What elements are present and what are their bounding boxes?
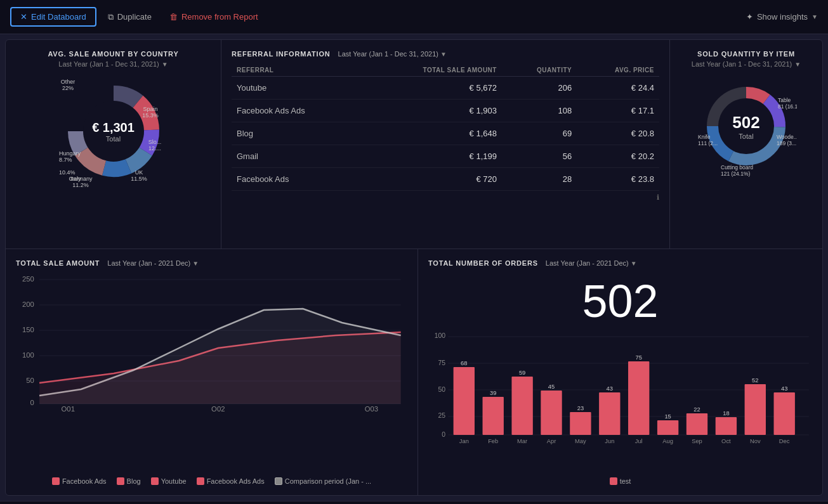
avg-sale-title: AVG. SALE AMOUNT BY COUNTRY — [48, 50, 178, 58]
col-avg-price: AVG. PRICE — [577, 64, 659, 77]
bar-chart-title: TOTAL NUMBER OF ORDERS — [428, 259, 538, 267]
referral-total: € 720 — [362, 168, 502, 191]
svg-text:52: 52 — [752, 377, 758, 384]
referral-total: € 5,672 — [362, 77, 502, 100]
svg-text:Q02: Q02 — [211, 405, 225, 411]
svg-text:Jun: Jun — [605, 438, 614, 444]
svg-text:Table: Table — [778, 97, 791, 103]
svg-text:Apr: Apr — [547, 438, 556, 444]
avg-sale-donut: Spain 15.3% Slo... 12.... UK 11.5% Germa… — [56, 74, 171, 188]
svg-text:121 (24.1%): 121 (24.1%) — [721, 171, 750, 177]
svg-text:10.4%: 10.4% — [59, 169, 76, 176]
dashboard: AVG. SALE AMOUNT BY COUNTRY Last Year (J… — [5, 39, 823, 496]
referral-quantity: 108 — [502, 100, 577, 122]
sold-dropdown-arrow[interactable]: ▼ — [794, 61, 801, 68]
bar-chart-header: TOTAL NUMBER OF ORDERS Last Year (Jan - … — [428, 259, 812, 267]
svg-text:Mar: Mar — [517, 438, 527, 444]
svg-text:8.7%: 8.7% — [59, 157, 72, 163]
insights-dropdown-arrow: ▼ — [812, 13, 818, 20]
svg-text:250: 250 — [22, 275, 34, 283]
sold-donut: Table 81 (16.1%) Woode... 189 (3... Knif… — [695, 75, 797, 177]
duplicate-icon: ⧉ — [108, 12, 114, 22]
referral-table: Referral TOTAL SALE AMOUNT QUANTITY AVG.… — [232, 64, 659, 191]
svg-text:Woode...: Woode... — [777, 134, 797, 140]
trash-icon: 🗑 — [169, 12, 178, 22]
col-total-sale: TOTAL SALE AMOUNT — [362, 64, 502, 77]
svg-text:75: 75 — [635, 354, 641, 361]
table-row: Blog € 1,648 69 € 20.8 — [232, 122, 659, 145]
referral-avg-price: € 23.8 — [577, 168, 659, 191]
bar-chart-legend: test — [428, 477, 812, 485]
svg-text:15: 15 — [664, 413, 671, 420]
svg-rect-66 — [599, 392, 620, 435]
svg-rect-60 — [541, 391, 562, 435]
table-row: Gmail € 1,199 56 € 20.2 — [232, 145, 659, 168]
referral-total: € 1,648 — [362, 122, 502, 145]
bar-chart-date-dropdown[interactable]: Last Year (Jan - 2021 Dec) ▼ — [546, 259, 637, 267]
svg-text:100: 100 — [435, 332, 446, 339]
referral-quantity: 56 — [502, 145, 577, 168]
svg-text:50: 50 — [438, 386, 446, 393]
line-chart-area: 250 200 150 100 50 0 Q01 Q02 Q03 — [16, 272, 407, 474]
panel-referral: REFERRAL INFORMATION Last Year (Jan 1 - … — [221, 40, 670, 249]
referral-name: Facebook Ads — [232, 168, 362, 191]
referral-total: € 1,199 — [362, 145, 502, 168]
referral-quantity: 28 — [502, 168, 577, 191]
referral-name: Facebook Ads Ads — [232, 100, 362, 122]
line-chart-date-dropdown[interactable]: Last Year (Jan - 2021 Dec) ▼ — [107, 259, 199, 267]
total-orders-number: 502 — [428, 278, 812, 324]
svg-text:43: 43 — [607, 385, 613, 392]
bottom-row: TOTAL SALE AMOUNT Last Year (Jan - 2021 … — [6, 249, 822, 495]
duplicate-button[interactable]: ⧉ Duplicate — [102, 8, 158, 26]
referral-avg-price: € 17.1 — [577, 100, 659, 122]
panel-sold: SOLD QUANTITY BY ITEM Last Year (Jan 1 -… — [670, 40, 822, 249]
legend-facebook-ads-color — [52, 477, 60, 485]
svg-point-15 — [718, 98, 774, 154]
line-chart-legend: Facebook Ads Blog Youtube Facebook Ads A… — [16, 477, 407, 485]
referral-header: REFERRAL INFORMATION Last Year (Jan 1 - … — [232, 50, 659, 58]
legend-test-color — [610, 477, 617, 485]
svg-rect-54 — [483, 397, 504, 435]
referral-avg-price: € 20.2 — [577, 145, 659, 168]
svg-rect-78 — [716, 417, 737, 435]
table-row: Facebook Ads Ads € 1,903 108 € 17.1 — [232, 100, 659, 122]
line-chart-header: TOTAL SALE AMOUNT Last Year (Jan - 2021 … — [16, 259, 407, 267]
table-row: Facebook Ads € 720 28 € 23.8 — [232, 168, 659, 191]
svg-text:Spain: Spain — [143, 106, 157, 112]
svg-text:22%: 22% — [62, 85, 73, 91]
svg-text:25: 25 — [438, 412, 446, 419]
svg-text:150: 150 — [22, 326, 34, 333]
svg-text:12....: 12.... — [148, 145, 161, 152]
referral-date-dropdown[interactable]: Last Year (Jan 1 - Dec 31, 2021) ▼ — [338, 50, 447, 58]
panel-bar-chart: TOTAL NUMBER OF ORDERS Last Year (Jan - … — [418, 249, 822, 495]
edit-databoard-button[interactable]: ✕ Edit Databoard — [10, 7, 96, 27]
svg-text:22: 22 — [693, 406, 700, 413]
table-row: Youtube € 5,672 206 € 24.4 — [232, 77, 659, 100]
topbar: ✕ Edit Databoard ⧉ Duplicate 🗑 Remove fr… — [0, 0, 828, 34]
show-insights-button[interactable]: ✦ Show insights ▼ — [746, 12, 818, 22]
svg-text:11.5%: 11.5% — [131, 176, 147, 182]
svg-rect-72 — [657, 420, 678, 435]
sold-subtitle: Last Year (Jan 1 - Dec 31, 2021) ▼ — [692, 60, 801, 68]
referral-quantity: 69 — [502, 122, 577, 145]
svg-text:75: 75 — [438, 359, 446, 366]
svg-text:59: 59 — [519, 370, 525, 376]
svg-rect-84 — [774, 392, 795, 435]
svg-text:50: 50 — [26, 377, 34, 384]
referral-avg-price: € 24.4 — [577, 77, 659, 100]
svg-text:39: 39 — [490, 390, 496, 396]
svg-text:100: 100 — [22, 351, 34, 359]
referral-total: € 1,903 — [362, 100, 502, 122]
legend-comparison-color — [275, 477, 282, 485]
svg-point-0 — [83, 101, 144, 162]
avg-sale-dropdown-arrow[interactable]: ▼ — [162, 61, 168, 68]
svg-rect-63 — [570, 412, 591, 435]
legend-facebook-ads-ads: Facebook Ads Ads — [197, 477, 265, 485]
svg-text:Dec: Dec — [779, 438, 790, 444]
svg-text:Slo...: Slo... — [148, 139, 161, 145]
svg-text:Feb: Feb — [488, 438, 498, 444]
remove-from-report-button[interactable]: 🗑 Remove from Report — [163, 8, 265, 25]
legend-blog: Blog — [117, 477, 141, 485]
svg-text:Oct: Oct — [721, 438, 731, 444]
svg-text:15.3%: 15.3% — [142, 112, 159, 119]
